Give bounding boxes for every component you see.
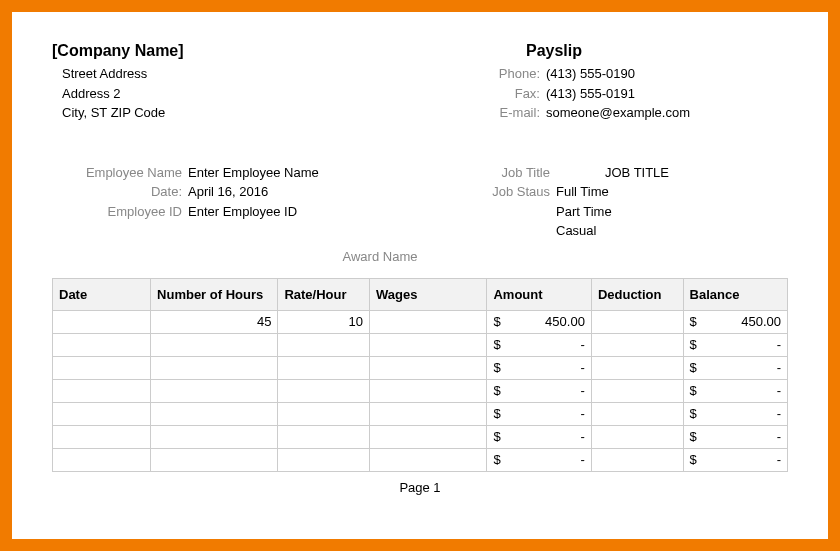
payslip-document: [Company Name] Street Address Address 2 … <box>0 0 840 551</box>
job-status-value-1: Part Time <box>556 202 788 222</box>
cell <box>53 379 151 402</box>
table-row: $-$- <box>53 448 788 471</box>
address-line-1: Street Address <box>52 64 420 84</box>
cell: $- <box>683 448 787 471</box>
cell <box>591 402 683 425</box>
fax-value: (413) 555-0191 <box>546 84 788 104</box>
table-row: $-$- <box>53 402 788 425</box>
table-row: $-$- <box>53 356 788 379</box>
cell <box>151 448 278 471</box>
cell <box>591 425 683 448</box>
cell <box>151 425 278 448</box>
col-header-hours: Number of Hours <box>151 278 278 310</box>
cell <box>151 402 278 425</box>
job-status-value-0: Full Time <box>556 182 788 202</box>
table-row: $-$- <box>53 333 788 356</box>
table-row: 4510$450.00$450.00 <box>53 310 788 333</box>
cell: $- <box>487 356 591 379</box>
company-name: [Company Name] <box>52 42 420 60</box>
job-title-label: Job Title <box>420 163 556 183</box>
cell: $450.00 <box>683 310 787 333</box>
phone-label: Phone: <box>420 64 546 84</box>
payslip-table: Date Number of Hours Rate/Hour Wages Amo… <box>52 278 788 472</box>
col-header-wages: Wages <box>369 278 487 310</box>
employee-right: Job Title JOB TITLE Job Staus Full Time … <box>420 163 788 241</box>
cell <box>591 379 683 402</box>
cell <box>278 333 370 356</box>
employee-name-label: Employee Name <box>52 163 188 183</box>
cell: $- <box>487 425 591 448</box>
cell <box>151 379 278 402</box>
payslip-title: Payslip <box>420 42 788 60</box>
company-block: [Company Name] Street Address Address 2 … <box>52 42 420 123</box>
cell: $- <box>487 402 591 425</box>
cell <box>278 448 370 471</box>
cell <box>53 333 151 356</box>
cell <box>278 379 370 402</box>
employee-id-label: Employee ID <box>52 202 188 222</box>
cell <box>278 425 370 448</box>
table-row: $-$- <box>53 425 788 448</box>
col-header-rate: Rate/Hour <box>278 278 370 310</box>
cell <box>591 333 683 356</box>
employee-id-value: Enter Employee ID <box>188 202 420 222</box>
cell <box>369 379 487 402</box>
cell: $- <box>487 448 591 471</box>
cell <box>369 333 487 356</box>
employee-section: Employee Name Enter Employee Name Date: … <box>52 163 788 241</box>
job-title-value: JOB TITLE <box>556 163 788 183</box>
email-label: E-mail: <box>420 103 546 123</box>
employee-name-value: Enter Employee Name <box>188 163 420 183</box>
col-header-date: Date <box>53 278 151 310</box>
fax-label: Fax: <box>420 84 546 104</box>
cell <box>151 356 278 379</box>
job-status-value-2: Casual <box>556 221 788 241</box>
cell <box>591 448 683 471</box>
job-status-label: Job Staus <box>420 182 556 202</box>
cell <box>53 425 151 448</box>
award-name-label: Award Name <box>52 249 788 264</box>
cell <box>53 356 151 379</box>
col-header-amount: Amount <box>487 278 591 310</box>
cell <box>591 310 683 333</box>
cell: $- <box>683 379 787 402</box>
header: [Company Name] Street Address Address 2 … <box>52 42 788 123</box>
email-value: someone@example.com <box>546 103 788 123</box>
cell <box>53 310 151 333</box>
cell <box>369 356 487 379</box>
cell <box>53 448 151 471</box>
cell <box>278 356 370 379</box>
address-line-3: City, ST ZIP Code <box>52 103 420 123</box>
cell <box>369 310 487 333</box>
cell <box>53 402 151 425</box>
cell: $- <box>487 379 591 402</box>
employee-date-value: April 16, 2016 <box>188 182 420 202</box>
cell <box>369 425 487 448</box>
employee-date-label: Date: <box>52 182 188 202</box>
cell: $- <box>683 333 787 356</box>
cell: $- <box>683 356 787 379</box>
cell: 45 <box>151 310 278 333</box>
cell: $- <box>683 402 787 425</box>
phone-value: (413) 555-0190 <box>546 64 788 84</box>
cell: $- <box>487 333 591 356</box>
cell <box>369 402 487 425</box>
contact-block: Payslip Phone: (413) 555-0190 Fax: (413)… <box>420 42 788 123</box>
cell <box>369 448 487 471</box>
cell: 10 <box>278 310 370 333</box>
cell <box>278 402 370 425</box>
col-header-balance: Balance <box>683 278 787 310</box>
page-number: Page 1 <box>52 480 788 495</box>
employee-left: Employee Name Enter Employee Name Date: … <box>52 163 420 241</box>
col-header-deduction: Deduction <box>591 278 683 310</box>
cell <box>151 333 278 356</box>
cell <box>591 356 683 379</box>
table-row: $-$- <box>53 379 788 402</box>
cell: $450.00 <box>487 310 591 333</box>
cell: $- <box>683 425 787 448</box>
address-line-2: Address 2 <box>52 84 420 104</box>
